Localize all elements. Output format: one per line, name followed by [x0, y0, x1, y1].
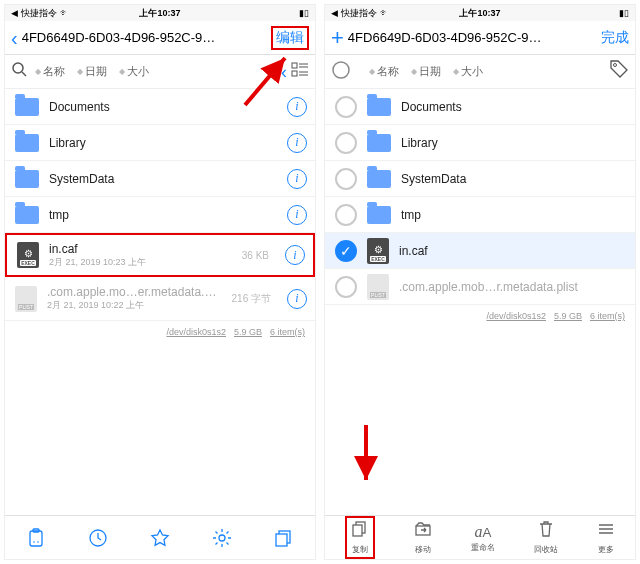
- svg-point-10: [33, 541, 35, 543]
- sort-size[interactable]: ◆大小: [449, 64, 487, 79]
- footer-info: /dev/disk0s1s25.9 GB6 item(s): [325, 305, 635, 327]
- more-button[interactable]: 更多: [597, 520, 615, 555]
- more-icon: [597, 520, 615, 543]
- file-list: Documentsi Libraryi SystemDatai tmpi ⚙EX…: [5, 89, 315, 515]
- copy-button[interactable]: 复制: [345, 516, 375, 559]
- favorites-tab-icon[interactable]: [150, 528, 170, 548]
- sort-date[interactable]: ◆日期: [73, 64, 111, 79]
- svg-rect-15: [276, 534, 287, 546]
- svg-point-16: [333, 62, 349, 78]
- folder-icon: [367, 170, 391, 188]
- list-item[interactable]: SystemDatai: [5, 161, 315, 197]
- move-icon: [414, 520, 432, 543]
- recent-tab-icon[interactable]: [88, 528, 108, 548]
- rename-icon: aA: [475, 523, 492, 541]
- svg-point-0: [13, 63, 23, 73]
- list-item[interactable]: Library: [325, 125, 635, 161]
- checkbox-off-icon[interactable]: [335, 132, 357, 154]
- svg-line-1: [22, 72, 26, 76]
- list-item[interactable]: Documentsi: [5, 89, 315, 125]
- nav-bar: ‹ 4FD6649D-6D03-4D96-952C-9… 编辑: [5, 21, 315, 55]
- status-bar: ◀ 快捷指令 ᯤ 上午10:37 ▮▯: [5, 5, 315, 21]
- settings-tab-icon[interactable]: [212, 528, 232, 548]
- trash-icon: [537, 520, 555, 543]
- nav-title: 4FD6649D-6D03-4D96-952C-9…: [22, 30, 267, 45]
- history-back-icon[interactable]: ‹: [281, 63, 287, 81]
- copy-icon: [351, 520, 369, 543]
- plist-file-icon: PLIST: [15, 286, 37, 312]
- folder-icon: [367, 98, 391, 116]
- svg-point-11: [37, 541, 39, 543]
- svg-rect-8: [30, 531, 42, 546]
- tag-icon[interactable]: [609, 59, 629, 84]
- folder-icon: [367, 134, 391, 152]
- back-app-chevron-icon[interactable]: ◀: [11, 8, 18, 18]
- list-item[interactable]: Libraryi: [5, 125, 315, 161]
- checkbox-off-icon[interactable]: [335, 168, 357, 190]
- select-all-circle-icon[interactable]: [331, 60, 351, 84]
- list-item[interactable]: SystemData: [325, 161, 635, 197]
- list-item[interactable]: Documents: [325, 89, 635, 125]
- status-time: 上午10:37: [459, 7, 500, 20]
- checkbox-on-icon[interactable]: ✓: [335, 240, 357, 262]
- folder-icon: [15, 206, 39, 224]
- left-phone: ◀ 快捷指令 ᯤ 上午10:37 ▮▯ ‹ 4FD6649D-6D03-4D96…: [4, 4, 316, 560]
- back-chevron-icon[interactable]: ‹: [11, 28, 18, 48]
- windows-tab-icon[interactable]: [274, 528, 294, 548]
- svg-rect-3: [292, 71, 297, 76]
- info-icon[interactable]: i: [287, 205, 307, 225]
- rename-button[interactable]: aA重命名: [471, 523, 495, 553]
- move-button[interactable]: 移动: [414, 520, 432, 555]
- sort-size[interactable]: ◆大小: [115, 64, 153, 79]
- file-list: Documents Library SystemData tmp ✓ ⚙EXEC…: [325, 89, 635, 515]
- back-app-label[interactable]: 快捷指令: [21, 7, 57, 20]
- svg-rect-2: [292, 63, 297, 68]
- add-icon[interactable]: +: [331, 27, 344, 49]
- list-item[interactable]: ⚙EXEC in.caf2月 21, 2019 10:23 上午 36 KB i: [5, 233, 315, 277]
- sort-date[interactable]: ◆日期: [407, 64, 445, 79]
- wifi-icon: ᯤ: [60, 8, 69, 18]
- info-icon[interactable]: i: [287, 289, 307, 309]
- status-bar: ◀ 快捷指令 ᯤ 上午10:37 ▮▯: [325, 5, 635, 21]
- checkbox-off-icon[interactable]: [335, 276, 357, 298]
- checkbox-off-icon[interactable]: [335, 96, 357, 118]
- done-button[interactable]: 完成: [601, 29, 629, 47]
- list-item[interactable]: PLIST .com.apple.mob…r.metadata.plist: [325, 269, 635, 305]
- list-item[interactable]: tmp: [325, 197, 635, 233]
- bottom-tabbar: [5, 515, 315, 559]
- checkbox-off-icon[interactable]: [335, 204, 357, 226]
- info-icon[interactable]: i: [287, 97, 307, 117]
- folder-icon: [15, 170, 39, 188]
- svg-point-13: [219, 535, 225, 541]
- exec-file-icon: ⚙EXEC: [367, 238, 389, 264]
- list-item[interactable]: tmpi: [5, 197, 315, 233]
- back-app-label[interactable]: 快捷指令: [341, 7, 377, 20]
- action-bar: 复制 移动 aA重命名 回收站 更多: [325, 515, 635, 559]
- grid-view-icon[interactable]: [291, 61, 309, 83]
- sort-name[interactable]: ◆名称: [31, 64, 69, 79]
- info-icon[interactable]: i: [287, 133, 307, 153]
- list-item[interactable]: PLIST .com.apple.mo…er.metadata.plist2月 …: [5, 277, 315, 321]
- info-icon[interactable]: i: [285, 245, 305, 265]
- info-icon[interactable]: i: [287, 169, 307, 189]
- wifi-icon: ᯤ: [380, 8, 389, 18]
- right-phone: ◀ 快捷指令 ᯤ 上午10:37 ▮▯ + 4FD6649D-6D03-4D96…: [324, 4, 636, 560]
- battery-icon: ▮▯: [619, 8, 629, 18]
- file-size: 36 KB: [242, 250, 269, 261]
- battery-icon: ▮▯: [299, 8, 309, 18]
- svg-point-17: [614, 64, 617, 67]
- status-time: 上午10:37: [139, 7, 180, 20]
- file-size: 216 字节: [232, 292, 271, 306]
- svg-rect-19: [353, 525, 362, 536]
- edit-button[interactable]: 编辑: [271, 26, 309, 50]
- sort-name[interactable]: ◆名称: [365, 64, 403, 79]
- footer-info: /dev/disk0s1s25.9 GB6 item(s): [5, 321, 315, 343]
- list-item[interactable]: ✓ ⚙EXEC in.caf: [325, 233, 635, 269]
- folder-icon: [15, 98, 39, 116]
- exec-file-icon: ⚙EXEC: [17, 242, 39, 268]
- search-icon[interactable]: [11, 61, 27, 82]
- sort-toolbar: ◆名称 ◆日期 ◆大小: [325, 55, 635, 89]
- back-app-chevron-icon[interactable]: ◀: [331, 8, 338, 18]
- clipboard-tab-icon[interactable]: [26, 528, 46, 548]
- trash-button[interactable]: 回收站: [534, 520, 558, 555]
